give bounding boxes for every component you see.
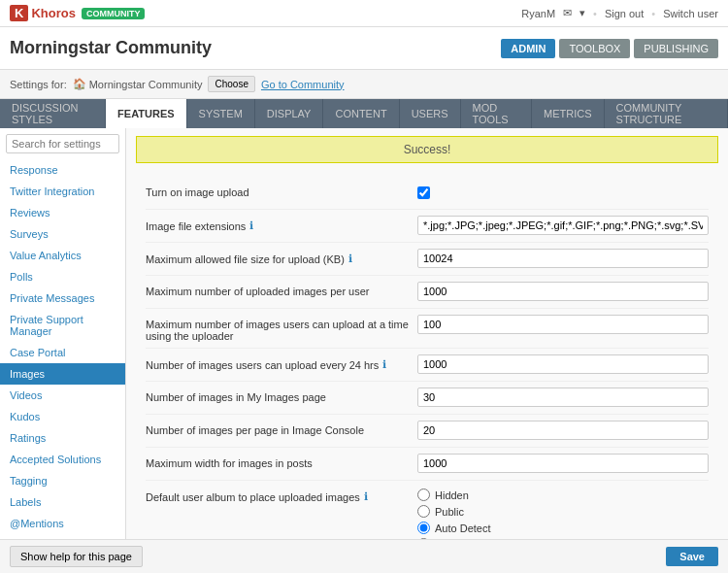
publishing-button[interactable]: PUBLISHING [634,39,718,58]
tab-mod-tools[interactable]: MOD TOOLS [461,99,533,128]
info-icon-max-size[interactable]: ℹ [348,253,352,265]
form-row-max-images-user: Maximum number of uploaded images per us… [146,276,709,309]
top-bar: K Khoros COMMUNITY RyanM ✉ ▾ • Sign out … [0,0,728,27]
sidebar-item-accepted-solutions[interactable]: Accepted Solutions [0,449,125,470]
form-row-images-24hrs: Number of images users can upload every … [146,349,709,382]
bottom-bar: Show help for this page Save [0,539,728,573]
page-header: Morningstar Community ADMIN TOOLBOX PUBL… [0,27,728,70]
sidebar-item-images[interactable]: Images [0,363,125,385]
sidebar-item-case-portal[interactable]: Case Portal [0,342,125,363]
search-input[interactable] [6,134,119,153]
info-icon-album[interactable]: ℹ [364,490,368,503]
control-max-images-time [417,315,709,334]
save-button[interactable]: Save [666,547,718,566]
label-image-upload: Turn on image upload [146,183,417,198]
tab-content[interactable]: CONTENT [323,99,399,128]
radio-public[interactable] [417,505,430,518]
label-images-24hrs: Number of images users can upload every … [146,354,417,371]
radio-auto-detect[interactable] [417,522,430,534]
sidebar-item-value-analytics[interactable]: Value Analytics [0,245,125,266]
sidebar-item-polls[interactable]: Polls [0,266,125,287]
khoros-icon: K [10,5,28,21]
radio-option-auto-detect[interactable]: Auto Detect [417,522,709,534]
signout-link[interactable]: Sign out [605,8,644,19]
radio-option-public[interactable]: Public [417,505,709,518]
tab-community-structure[interactable]: COMMUNITY STRUCTURE [605,99,728,128]
sidebar-item-kudos[interactable]: Kudos [0,406,125,427]
choose-button[interactable]: Choose [208,76,254,92]
top-bar-left: K Khoros COMMUNITY [10,5,145,21]
sidebar-item-private-messages[interactable]: Private Messages [0,287,125,309]
sidebar-item-reviews[interactable]: Reviews [0,202,125,223]
radio-option-hidden[interactable]: Hidden [417,489,709,501]
input-images-console[interactable] [417,421,709,440]
form-row-max-width: Maximum width for images in posts [146,448,709,481]
tab-system[interactable]: SYSTEM [187,99,255,128]
label-images-console: Number of images per page in Image Conso… [146,421,417,436]
form-row-images-my-page: Number of images in My Images page [146,382,709,415]
go-to-community-button[interactable]: Go to Community [261,79,345,90]
input-max-images-user[interactable] [417,282,709,301]
control-images-24hrs [417,354,709,374]
info-icon-extensions[interactable]: ℹ [249,219,253,232]
label-max-width: Maximum width for images in posts [146,454,417,469]
sidebar-item-surveys[interactable]: Surveys [0,223,125,245]
tab-features[interactable]: FEATURES [106,99,186,128]
input-images-24hrs[interactable] [417,354,709,374]
control-images-my-page [417,388,709,407]
form-row-max-size: Maximum allowed file size for upload (KB… [146,243,709,276]
sidebar-item-twitter[interactable]: Twitter Integration [0,181,125,202]
input-images-my-page[interactable] [417,388,709,407]
sidebar-item-response[interactable]: Response [0,159,125,181]
input-max-width[interactable] [417,454,709,473]
sidebar-item-private-support[interactable]: Private Support Manager [0,309,125,342]
input-max-size[interactable] [417,249,709,268]
tab-discussion-styles[interactable]: DISCUSSION STYLES [0,99,106,128]
info-icon-24hrs[interactable]: ℹ [382,358,386,371]
admin-button[interactable]: ADMIN [501,39,555,58]
sidebar-item-mentions[interactable]: @Mentions [0,513,125,534]
settings-for-label: Settings for: [10,79,67,90]
main-layout: Response Twitter Integration Reviews Sur… [0,128,728,573]
checkbox-image-upload[interactable] [417,186,430,199]
tab-display[interactable]: DISPLAY [255,99,324,128]
input-extensions[interactable] [417,216,709,235]
sidebar-item-ratings[interactable]: Ratings [0,427,125,449]
help-button[interactable]: Show help for this page [10,546,143,567]
sidebar-item-tagging[interactable]: Tagging [0,470,125,491]
label-max-size: Maximum allowed file size for upload (KB… [146,249,417,265]
control-max-size [417,249,709,268]
header-buttons: ADMIN TOOLBOX PUBLISHING [501,39,718,58]
input-max-images-time[interactable] [417,315,709,334]
mail-icon: ✉ [563,7,572,19]
radio-hidden[interactable] [417,489,430,501]
control-images-console [417,421,709,440]
form-row-images-console: Number of images per page in Image Conso… [146,415,709,448]
control-extensions [417,216,709,235]
control-image-upload [417,183,709,202]
success-banner: Success! [136,136,718,163]
control-max-width [417,454,709,473]
username: RyanM [521,8,555,19]
tab-metrics[interactable]: METRICS [532,99,605,128]
content-area: Success! Turn on image upload Image file… [126,128,728,573]
form-section: Turn on image upload Image file extensio… [126,171,728,573]
control-max-images-user [417,282,709,301]
dropdown-arrow: ▾ [579,7,585,19]
community-badge: COMMUNITY [82,8,146,19]
tab-users[interactable]: USERS [400,99,461,128]
nav-tabs: DISCUSSION STYLES FEATURES SYSTEM DISPLA… [0,99,728,128]
label-images-my-page: Number of images in My Images page [146,388,417,403]
label-default-album: Default user album to place uploaded ima… [146,487,417,503]
switch-user-link[interactable]: Switch user [663,8,718,19]
success-text: Success! [404,143,451,156]
community-name-text: Morningstar Community [89,79,203,90]
toolbox-button[interactable]: TOOLBOX [559,39,630,58]
sidebar-item-labels[interactable]: Labels [0,491,125,513]
logo-text: Khoros [31,6,76,20]
sidebar-search-container [0,128,125,159]
label-max-images-time: Maximum number of images users can uploa… [146,315,417,342]
sidebar-item-videos[interactable]: Videos [0,385,125,406]
settings-bar: Settings for: 🏠 Morningstar Community Ch… [0,70,728,99]
top-bar-right: RyanM ✉ ▾ • Sign out • Switch user [521,7,718,19]
